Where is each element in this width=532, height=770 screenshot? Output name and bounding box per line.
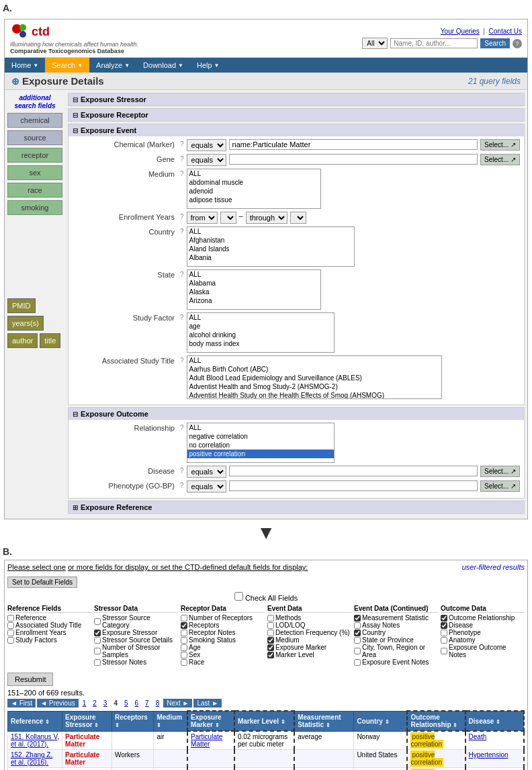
cb-disease[interactable]	[441, 622, 447, 629]
sidebar-btn-source[interactable]: source	[7, 130, 62, 145]
st-aarhus[interactable]: Aarhus Birth Cohort (ABC)	[187, 365, 441, 374]
medium-help[interactable]: ?	[180, 170, 184, 177]
medium-item-abdominal[interactable]: abdominal muscle	[187, 178, 320, 187]
state-arizona[interactable]: Arizona	[187, 296, 320, 305]
search-scope-select[interactable]: All	[362, 38, 388, 49]
search-input[interactable]	[390, 38, 478, 48]
cb-receptors[interactable]	[181, 622, 187, 629]
page-5[interactable]: 5	[122, 699, 131, 708]
country-albania[interactable]: Albania	[187, 253, 354, 262]
enrollment-year1-select[interactable]	[220, 212, 236, 224]
page-1[interactable]: 1	[80, 699, 89, 708]
country-afghanistan[interactable]: Afghanistan	[187, 236, 354, 245]
nav-home[interactable]: Home ▼	[5, 58, 45, 73]
cb-smoking-status[interactable]	[181, 637, 187, 644]
gene-equals-select[interactable]: equals	[187, 154, 226, 166]
cb-exposure-stressor[interactable]	[94, 630, 101, 636]
enrollment-year2-select[interactable]	[290, 212, 306, 224]
cb-num-stressor-samples[interactable]	[94, 648, 101, 654]
rel-positive[interactable]: positive correlation	[187, 450, 334, 458]
rel-negative[interactable]: negative correlation	[187, 432, 334, 441]
cb-anatomy[interactable]	[441, 637, 447, 644]
sort-disease[interactable]: ⇕	[496, 719, 500, 725]
check-all-checkbox[interactable]	[234, 592, 243, 601]
phenotype-equals-select[interactable]: equals	[187, 480, 226, 493]
cb-medium[interactable]	[267, 637, 274, 644]
cb-lod[interactable]	[267, 622, 274, 629]
cb-sex[interactable]	[181, 652, 187, 658]
rel-all[interactable]: ALL	[187, 423, 334, 432]
study-factor-help[interactable]: ?	[180, 314, 184, 321]
sort-stressor[interactable]: ⇕	[94, 722, 99, 728]
country-aland[interactable]: Aland Islands	[187, 245, 354, 253]
sort-marker[interactable]: ⇕	[215, 722, 220, 728]
medium-listbox[interactable]: ALL abdominal muscle adenoid adipose tis…	[187, 169, 321, 209]
sort-meas-stat[interactable]: ⇕	[326, 722, 330, 728]
cb-city[interactable]	[354, 648, 361, 654]
resubmit-button[interactable]: Resubmit	[7, 673, 53, 686]
phenotype-value-input[interactable]	[229, 480, 478, 491]
cb-event-notes[interactable]	[354, 659, 361, 666]
medium-item-all[interactable]: ALL	[187, 169, 320, 178]
relationship-listbox[interactable]: ALL negative correlation no correlation …	[187, 423, 335, 463]
cb-reference[interactable]	[7, 615, 14, 622]
last-page-btn[interactable]: Last ►	[193, 699, 222, 708]
reference-header[interactable]: ⊞ Exposure Reference	[69, 501, 524, 513]
chemical-select-btn[interactable]: Select... ↗	[480, 139, 520, 151]
enrollment-help[interactable]: ?	[180, 213, 184, 220]
sidebar-btn-title[interactable]: title	[40, 333, 60, 348]
cb-study-factors[interactable]	[7, 637, 14, 644]
chemical-help[interactable]: ?	[180, 140, 184, 148]
nav-help[interactable]: Help ▼	[190, 58, 226, 73]
cb-meas-stat[interactable]	[354, 615, 361, 622]
st-ables[interactable]: Adult Blood Lead Epidemiology and Survei…	[187, 374, 441, 382]
medium-item-adipose[interactable]: adipose tissue	[187, 196, 320, 204]
default-fields-button[interactable]: Set to Default Fields	[7, 576, 77, 588]
sidebar-btn-receptor[interactable]: receptor	[7, 148, 62, 163]
contact-us-link[interactable]: Contact Us	[489, 28, 522, 35]
outcome-header[interactable]: ⊟ Exposure Outcome	[69, 408, 524, 420]
country-help[interactable]: ?	[180, 228, 184, 235]
state-listbox[interactable]: ALL Alabama Alaska Arizona	[187, 269, 321, 310]
page-4[interactable]: 4	[111, 699, 120, 708]
gene-help[interactable]: ?	[180, 155, 184, 163]
cb-outcome-notes[interactable]	[441, 648, 447, 654]
help-icon[interactable]: ?	[513, 39, 522, 48]
cb-state-prov[interactable]	[354, 637, 361, 644]
sf-age[interactable]: age	[187, 322, 334, 331]
enrollment-through-select[interactable]: through	[246, 212, 287, 224]
sidebar-btn-chemical[interactable]: chemical	[7, 113, 62, 128]
sf-all[interactable]: ALL	[187, 313, 334, 322]
page-2[interactable]: 2	[90, 699, 99, 708]
study-title-help[interactable]: ?	[180, 357, 184, 364]
sidebar-btn-years[interactable]: years(s)	[7, 316, 44, 331]
phenotype-select-btn[interactable]: Select... ↗	[480, 480, 520, 492]
page-6[interactable]: 6	[132, 699, 142, 708]
cb-age[interactable]	[181, 644, 187, 651]
page-8[interactable]: 8	[153, 699, 163, 708]
state-alabama[interactable]: Alabama	[187, 279, 320, 288]
chemical-equals-select[interactable]: equals	[187, 139, 226, 151]
cb-marker-level[interactable]	[267, 652, 274, 658]
country-listbox[interactable]: ALL Afghanistan Aland Islands Albania	[187, 226, 355, 267]
next-page-btn[interactable]: Next ►	[163, 699, 192, 708]
cb-outcome-rel[interactable]	[441, 615, 447, 622]
prev-page-btn[interactable]: ◄ Previous	[37, 699, 79, 708]
st-ahsmog2[interactable]: Adventist Health and Smog Study-2 (AHSMO…	[187, 382, 441, 391]
study-factor-listbox[interactable]: ALL age alcohol drinking body mass index	[187, 312, 335, 353]
disease-help[interactable]: ?	[180, 467, 184, 474]
sf-bmi[interactable]: body mass index	[187, 339, 334, 348]
cb-num-receptors[interactable]	[181, 615, 187, 622]
cb-assoc-title[interactable]	[7, 622, 14, 629]
cb-phenotype[interactable]	[441, 630, 447, 636]
sidebar-btn-race[interactable]: race	[7, 183, 62, 198]
sort-country[interactable]: ⇕	[385, 719, 390, 725]
cb-assay-notes[interactable]	[354, 622, 361, 629]
sidebar-btn-sex[interactable]: sex	[7, 165, 62, 180]
sort-reference[interactable]: ⇕	[45, 719, 50, 725]
country-all[interactable]: ALL	[187, 227, 354, 236]
st-ahsmog[interactable]: Adventist Health Study on the Health Eff…	[187, 391, 441, 399]
sort-marker-level[interactable]: ⇕	[281, 719, 285, 725]
sidebar-btn-author[interactable]: author	[7, 333, 38, 348]
study-title-listbox[interactable]: ALL Aarhus Birth Cohort (ABC) Adult Bloo…	[187, 355, 442, 399]
